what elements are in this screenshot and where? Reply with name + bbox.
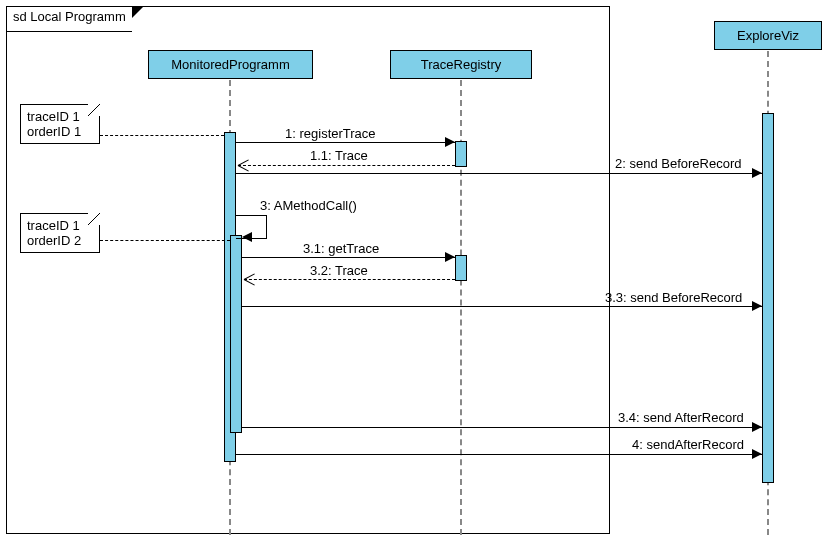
msg-after-4	[236, 454, 762, 455]
lifeline-monitoredprogramm-label: MonitoredProgramm	[171, 57, 290, 72]
note-trace1-line2: orderID 1	[27, 124, 93, 139]
msg-after-4-label: 4: sendAfterRecord	[632, 437, 744, 452]
msg-register-trace-label: 1: registerTrace	[285, 126, 376, 141]
msg-trace-1-arrow	[238, 160, 248, 170]
msg-after-34	[242, 427, 762, 428]
msg-gettrace-arrow	[445, 252, 455, 262]
msg-gettrace-label: 3.1: getTrace	[303, 241, 379, 256]
note-trace2-line1: traceID 1	[27, 218, 93, 233]
lifeline-exploreviz-label: ExploreViz	[737, 28, 799, 43]
msg-amethodcall-arrow	[242, 232, 252, 242]
msg-trace-32	[244, 279, 455, 280]
lifeline-exploreviz: ExploreViz	[714, 21, 822, 50]
msg-trace-1	[238, 165, 455, 166]
msg-before-2	[236, 173, 762, 174]
note-trace2: traceID 1 orderID 2	[20, 213, 100, 253]
note-trace1-anchor	[100, 135, 224, 136]
activation-registry-1	[455, 141, 467, 167]
msg-trace-32-label: 3.2: Trace	[310, 263, 368, 278]
msg-before-33-label: 3.3: send BeforeRecord	[605, 290, 742, 305]
msg-amethodcall-label: 3: AMethodCall()	[260, 198, 357, 213]
lifeline-traceregistry: TraceRegistry	[390, 50, 532, 79]
msg-before-2-label: 2: send BeforeRecord	[615, 156, 741, 171]
lifeline-monitoredprogramm: MonitoredProgramm	[148, 50, 313, 79]
msg-before-2-arrow	[752, 168, 762, 178]
activation-exploreviz	[762, 113, 774, 483]
activation-monitored-inner	[230, 235, 242, 433]
msg-after-34-label: 3.4: send AfterRecord	[618, 410, 744, 425]
frame-title: sd Local Programm	[13, 9, 126, 24]
msg-register-trace-arrow	[445, 137, 455, 147]
lifeline-traceregistry-label: TraceRegistry	[421, 57, 501, 72]
msg-trace-1-label: 1.1: Trace	[310, 148, 368, 163]
msg-gettrace	[242, 257, 455, 258]
note-trace1: traceID 1 orderID 1	[20, 104, 100, 144]
note-trace1-line1: traceID 1	[27, 109, 93, 124]
note-trace2-line2: orderID 2	[27, 233, 93, 248]
msg-register-trace	[236, 142, 455, 143]
msg-after-4-arrow	[752, 449, 762, 459]
msg-before-33	[242, 306, 762, 307]
msg-after-34-arrow	[752, 422, 762, 432]
frame-label-tab: sd Local Programm	[6, 6, 132, 31]
activation-registry-2	[455, 255, 467, 281]
msg-before-33-arrow	[752, 301, 762, 311]
note-trace2-anchor	[100, 240, 230, 241]
msg-trace-32-arrow	[244, 274, 254, 284]
